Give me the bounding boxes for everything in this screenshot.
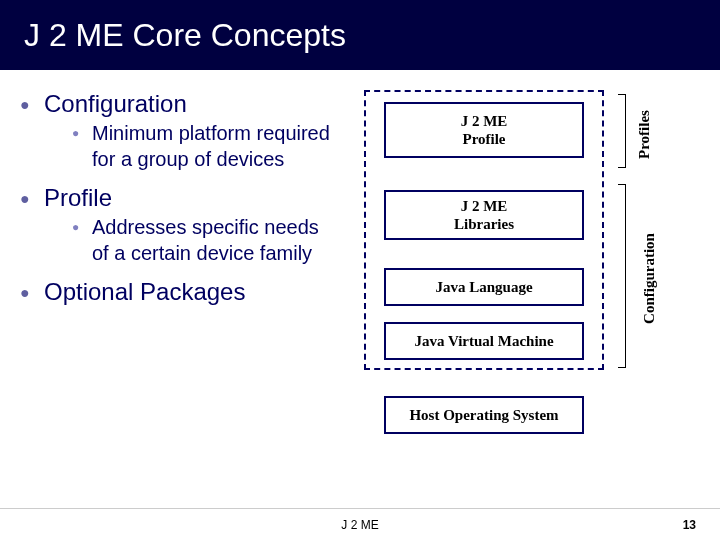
box-j2me-libraries: J 2 ME Libraries <box>384 190 584 240</box>
bullet-label: Configuration <box>44 90 187 117</box>
box-label: J 2 ME Libraries <box>454 197 514 233</box>
bullet-column: Configuration Minimum platform required … <box>20 90 340 480</box>
sub-list: Minimum platform required for a group of… <box>44 120 330 172</box>
bracket-profiles <box>618 94 626 168</box>
bullet-label: Optional Packages <box>44 278 245 305</box>
side-label-profiles: Profiles <box>636 110 653 159</box>
page-number: 13 <box>683 518 696 532</box>
sub-item: Addresses specific needs of a certain de… <box>44 214 330 266</box>
bullet-profile: Profile Addresses specific needs of a ce… <box>20 184 330 266</box>
box-java-virtual-machine: Java Virtual Machine <box>384 322 584 360</box>
sub-item: Minimum platform required for a group of… <box>44 120 330 172</box>
slide-footer: J 2 ME 13 <box>0 508 720 540</box>
bullet-optional-packages: Optional Packages <box>20 278 330 306</box>
box-label: J 2 ME Profile <box>461 112 508 148</box>
bullet-label: Profile <box>44 184 112 211</box>
box-label: Java Language <box>435 278 532 296</box>
footer-center-text: J 2 ME <box>341 518 378 532</box>
sub-list: Addresses specific needs of a certain de… <box>44 214 330 266</box>
bracket-configuration <box>618 184 626 368</box>
box-label: Host Operating System <box>409 406 558 424</box>
bullet-list: Configuration Minimum platform required … <box>20 90 330 306</box>
bullet-configuration: Configuration Minimum platform required … <box>20 90 330 172</box>
side-label-configuration: Configuration <box>641 233 658 324</box>
title-text: J 2 ME Core Concepts <box>24 17 346 54</box>
slide-title: J 2 ME Core Concepts <box>0 0 720 70</box>
box-label: Java Virtual Machine <box>414 332 553 350</box>
box-host-operating-system: Host Operating System <box>384 396 584 434</box>
box-j2me-profile: J 2 ME Profile <box>384 102 584 158</box>
diagram-column: J 2 ME Profile J 2 ME Libraries Java Lan… <box>340 90 680 480</box>
box-java-language: Java Language <box>384 268 584 306</box>
slide-content: Configuration Minimum platform required … <box>0 70 720 490</box>
